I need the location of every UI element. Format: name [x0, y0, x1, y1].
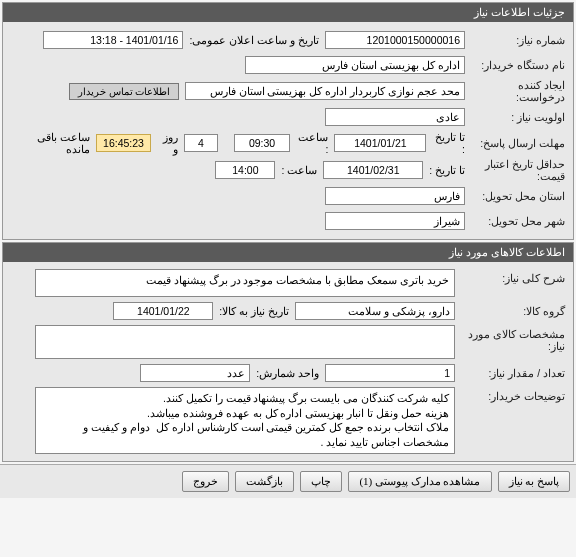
print-button[interactable]: چاپ [300, 471, 342, 492]
row-buyer-notes: توضیحات خریدار: کلیه شرکت کنندگان می بای… [11, 387, 565, 454]
row-requester: ایجاد کننده درخواست: محد عجم نوازی کاربر… [11, 79, 565, 103]
row-priority: اولویت نیاز : عادی [11, 106, 565, 128]
row-desc: شرح کلی نیاز: خرید باتری سمعک مطابق با م… [11, 269, 565, 297]
need-date-label: تاریخ نیاز به کالا: [213, 305, 295, 317]
announce-field: 1401/01/16 - 13:18 [43, 31, 183, 49]
buyer-notes-label: توضیحات خریدار: [455, 387, 565, 402]
city-field: شیراز [325, 212, 465, 230]
unit-field: عدد [140, 364, 250, 382]
row-reply-deadline: مهلت ارسال پاسخ: تا تاریخ : 1401/01/21 س… [11, 131, 565, 155]
qty-field: 1 [325, 364, 455, 382]
row-province: استان محل تحویل: فارس [11, 185, 565, 207]
until-date-label-2: تا تاریخ : [423, 164, 465, 176]
panel2-title: اطلاعات کالاهای مورد نیاز [3, 243, 573, 262]
spec-field [35, 325, 455, 359]
desc-field: خرید باتری سمعک مطابق با مشخصات موجود در… [35, 269, 455, 297]
exit-button[interactable]: خروج [182, 471, 229, 492]
back-button[interactable]: بازگشت [235, 471, 294, 492]
attachments-button[interactable]: مشاهده مدارک پیوستی (1) [348, 471, 491, 492]
goods-info-panel: اطلاعات کالاهای مورد نیاز شرح کلی نیاز: … [2, 242, 574, 462]
province-label: استان محل تحویل: [465, 190, 565, 202]
city-label: شهر محل تحویل: [465, 215, 565, 227]
need-number-label: شماره نیاز: [465, 34, 565, 46]
row-qty: تعداد / مقدار نیاز: 1 واحد شمارش: عدد [11, 362, 565, 384]
requester-label: ایجاد کننده درخواست: [465, 79, 565, 103]
remain-suffix-label: ساعت باقی مانده [11, 131, 96, 155]
row-city: شهر محل تحویل: شیراز [11, 210, 565, 232]
buyer-field: اداره کل بهزیستی استان فارس [245, 56, 465, 74]
group-field: دارو، پزشکی و سلامت [295, 302, 455, 320]
desc-label: شرح کلی نیاز: [455, 269, 565, 284]
panel1-body: شماره نیاز: 1201000150000016 تاریخ و ساع… [3, 22, 573, 239]
days-and-label: روز و [151, 131, 184, 155]
row-need-number: شماره نیاز: 1201000150000016 تاریخ و ساع… [11, 29, 565, 51]
days-count-field: 4 [184, 134, 218, 152]
row-spec: مشخصات کالای مورد نیاز: [11, 325, 565, 359]
reply-deadline-label: مهلت ارسال پاسخ: [465, 137, 565, 149]
time-label-1: ساعت : [290, 131, 335, 155]
need-details-panel: جزئیات اطلاعات نیاز شماره نیاز: 12010001… [2, 2, 574, 240]
contact-buyer-button[interactable]: اطلاعات تماس خریدار [69, 83, 179, 100]
group-label: گروه کالا: [455, 305, 565, 317]
buyer-notes-field: کلیه شرکت کنندگان می بایست برگ پیشنهاد ق… [35, 387, 455, 454]
announce-label: تاریخ و ساعت اعلان عمومی: [183, 34, 325, 46]
unit-label: واحد شمارش: [250, 367, 325, 379]
button-bar: پاسخ به نیاز مشاهده مدارک پیوستی (1) چاپ… [0, 464, 576, 498]
row-buyer: نام دستگاه خریدار: اداره کل بهزیستی استا… [11, 54, 565, 76]
reply-date-field: 1401/01/21 [334, 134, 426, 152]
remain-time-field: 16:45:23 [96, 134, 152, 152]
price-valid-date-field: 1401/02/31 [323, 161, 423, 179]
price-valid-time-field: 14:00 [215, 161, 275, 179]
reply-time-field: 09:30 [234, 134, 290, 152]
panel2-body: شرح کلی نیاز: خرید باتری سمعک مطابق با م… [3, 262, 573, 461]
priority-field: عادی [325, 108, 465, 126]
row-group: گروه کالا: دارو، پزشکی و سلامت تاریخ نیا… [11, 300, 565, 322]
priority-label: اولویت نیاز : [465, 111, 565, 123]
qty-label: تعداد / مقدار نیاز: [455, 367, 565, 379]
reply-button[interactable]: پاسخ به نیاز [498, 471, 571, 492]
row-price-valid: حداقل تاریخ اعتبار قیمت: تا تاریخ : 1401… [11, 158, 565, 182]
need-date-field: 1401/01/22 [113, 302, 213, 320]
panel1-title: جزئیات اطلاعات نیاز [3, 3, 573, 22]
time-label-2: ساعت : [275, 164, 323, 176]
price-valid-label: حداقل تاریخ اعتبار قیمت: [465, 158, 565, 182]
need-number-field: 1201000150000016 [325, 31, 465, 49]
province-field: فارس [325, 187, 465, 205]
requester-field: محد عجم نوازی کاربردار اداره کل بهزیستی … [185, 82, 465, 100]
buyer-label: نام دستگاه خریدار: [465, 59, 565, 71]
until-date-label-1: تا تاریخ : [426, 131, 465, 155]
spec-label: مشخصات کالای مورد نیاز: [455, 325, 565, 352]
